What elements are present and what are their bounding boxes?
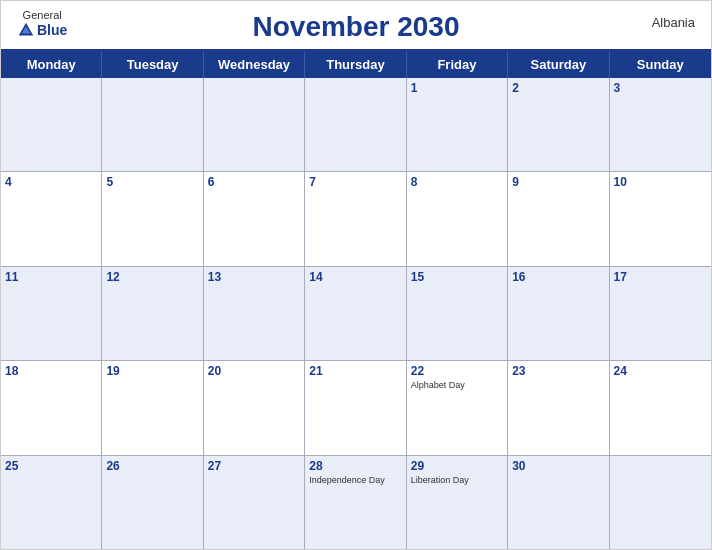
day-cell [305,78,406,171]
week-row-4: 1819202122Alphabet Day2324 [1,361,711,455]
week-row-1: 123 [1,78,711,172]
day-cell: 20 [204,361,305,454]
day-number: 7 [309,175,401,189]
day-cell [610,456,711,549]
day-cell: 5 [102,172,203,265]
calendar-grid: MondayTuesdayWednesdayThursdayFridaySatu… [1,49,711,549]
week-row-5: 25262728Independence Day29Liberation Day… [1,456,711,549]
day-cell: 3 [610,78,711,171]
calendar-title: November 2030 [252,11,459,43]
day-number: 3 [614,81,707,95]
day-number: 16 [512,270,604,284]
day-cell: 17 [610,267,711,360]
day-header-sunday: Sunday [610,51,711,78]
day-cell: 29Liberation Day [407,456,508,549]
day-number: 14 [309,270,401,284]
day-cell [1,78,102,171]
day-cell: 27 [204,456,305,549]
day-cell: 11 [1,267,102,360]
day-number: 18 [5,364,97,378]
day-number: 9 [512,175,604,189]
day-header-monday: Monday [1,51,102,78]
logo-area: General Blue [17,9,67,39]
day-number: 27 [208,459,300,473]
country-label: Albania [652,15,695,30]
day-cell [204,78,305,171]
day-header-thursday: Thursday [305,51,406,78]
day-number: 5 [106,175,198,189]
day-cell: 25 [1,456,102,549]
week-row-3: 11121314151617 [1,267,711,361]
day-number: 20 [208,364,300,378]
day-number: 10 [614,175,707,189]
day-cell: 15 [407,267,508,360]
day-cell: 22Alphabet Day [407,361,508,454]
day-number: 24 [614,364,707,378]
day-number: 17 [614,270,707,284]
day-cell: 26 [102,456,203,549]
day-number: 12 [106,270,198,284]
week-row-2: 45678910 [1,172,711,266]
day-number: 8 [411,175,503,189]
day-header-wednesday: Wednesday [204,51,305,78]
day-cell: 14 [305,267,406,360]
day-cell: 30 [508,456,609,549]
calendar-container: General Blue November 2030 Albania Monda… [0,0,712,550]
day-cell: 24 [610,361,711,454]
day-header-saturday: Saturday [508,51,609,78]
day-number: 15 [411,270,503,284]
day-number: 30 [512,459,604,473]
day-number: 29 [411,459,503,473]
day-cell: 18 [1,361,102,454]
day-cell: 7 [305,172,406,265]
day-number: 23 [512,364,604,378]
day-header-tuesday: Tuesday [102,51,203,78]
day-number: 11 [5,270,97,284]
day-cell: 23 [508,361,609,454]
day-number: 4 [5,175,97,189]
day-number: 25 [5,459,97,473]
day-cell: 10 [610,172,711,265]
logo-icon [17,21,35,39]
day-number: 13 [208,270,300,284]
day-number: 19 [106,364,198,378]
weeks-container: 12345678910111213141516171819202122Alpha… [1,78,711,549]
holiday-name: Alphabet Day [411,380,503,391]
day-number: 22 [411,364,503,378]
day-cell: 6 [204,172,305,265]
holiday-name: Independence Day [309,475,401,486]
day-cell: 2 [508,78,609,171]
day-cell: 1 [407,78,508,171]
day-cell: 4 [1,172,102,265]
day-number: 6 [208,175,300,189]
day-cell: 28Independence Day [305,456,406,549]
holiday-name: Liberation Day [411,475,503,486]
day-cell: 8 [407,172,508,265]
day-number: 26 [106,459,198,473]
day-cell: 9 [508,172,609,265]
day-number: 21 [309,364,401,378]
day-headers: MondayTuesdayWednesdayThursdayFridaySatu… [1,51,711,78]
day-number: 2 [512,81,604,95]
day-number: 28 [309,459,401,473]
day-cell: 21 [305,361,406,454]
logo-general: General [23,9,62,21]
calendar-header: General Blue November 2030 Albania [1,1,711,49]
day-cell [102,78,203,171]
day-header-friday: Friday [407,51,508,78]
day-cell: 13 [204,267,305,360]
day-number: 1 [411,81,503,95]
day-cell: 19 [102,361,203,454]
logo-blue: Blue [17,21,67,39]
day-cell: 16 [508,267,609,360]
day-cell: 12 [102,267,203,360]
